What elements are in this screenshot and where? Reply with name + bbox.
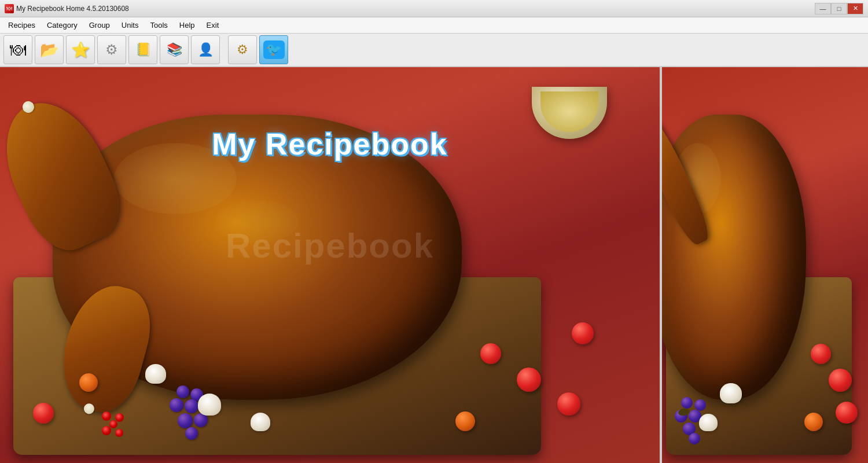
berry-5 xyxy=(115,429,123,437)
content-area: My Recipebook Recipebook xyxy=(0,67,868,463)
grape-8 xyxy=(185,427,198,440)
bowl-content xyxy=(540,91,598,132)
menu-exit[interactable]: Exit xyxy=(201,19,225,31)
favorites-button[interactable]: ⭐ xyxy=(66,35,95,64)
open-recipe-button[interactable]: 📂 xyxy=(35,35,64,64)
tomato-1 xyxy=(517,368,541,392)
tomato-r3 xyxy=(836,402,858,424)
turkey-body-right xyxy=(662,115,806,399)
grape-r1 xyxy=(681,397,693,409)
toolbar: 🍽 📂 ⭐ ⚙ 📒 📚 👤 ⚙ 🐦 xyxy=(0,34,868,67)
recipebook-button[interactable]: 📒 xyxy=(128,35,157,64)
minimize-button[interactable]: — xyxy=(815,3,831,14)
tomato-r-yellow xyxy=(804,413,823,431)
tomato-3 xyxy=(557,392,580,416)
person-icon: 👤 xyxy=(198,42,214,57)
new-recipe-button[interactable]: 🍽 xyxy=(3,35,32,64)
book-icon: 📒 xyxy=(135,42,151,57)
garlic-r1 xyxy=(720,383,742,403)
garlic-1 xyxy=(198,394,221,416)
menu-help[interactable]: Help xyxy=(174,19,201,31)
tomato-r2 xyxy=(811,344,831,364)
titlebar-left: 🍽 My Recipebook Home 4.5.20130608 xyxy=(5,4,129,13)
tomato-r1 xyxy=(829,369,852,392)
food-scene-right xyxy=(662,67,868,463)
grape-3 xyxy=(170,398,183,412)
grape-r6 xyxy=(689,433,700,444)
main-banner-panel: My Recipebook Recipebook xyxy=(0,67,660,463)
maximize-button[interactable]: □ xyxy=(831,3,847,14)
grape-r2 xyxy=(694,399,706,411)
secondary-banner-panel xyxy=(660,67,868,463)
grape-cluster xyxy=(165,385,234,443)
tomato-5 xyxy=(33,403,54,424)
banner-title: My Recipebook xyxy=(212,127,447,161)
garlic-r2 xyxy=(699,414,718,431)
twitter-icon: 🐦 xyxy=(263,41,285,59)
titlebar-title: My Recipebook Home 4.5.20130608 xyxy=(16,5,129,13)
menu-tools[interactable]: Tools xyxy=(144,19,173,31)
tomato-6 xyxy=(79,373,98,392)
gear-icon: ⚙ xyxy=(105,42,118,58)
menu-category[interactable]: Category xyxy=(41,19,83,31)
grape-4 xyxy=(185,399,198,413)
garlic-2 xyxy=(251,413,270,431)
menu-recipes[interactable]: Recipes xyxy=(2,19,41,31)
tomato-4 xyxy=(572,322,594,344)
settings-button[interactable]: ⚙ xyxy=(97,35,126,64)
berry-cluster xyxy=(99,409,145,443)
settings-icon: ⚙ xyxy=(237,42,248,57)
star-icon: ⭐ xyxy=(71,41,90,59)
tools-settings-button[interactable]: ⚙ xyxy=(228,35,257,64)
berry-4 xyxy=(102,426,111,435)
food-scene-left: My Recipebook Recipebook xyxy=(0,67,660,463)
grape-1 xyxy=(176,385,189,398)
banner-watermark: Recipebook xyxy=(226,226,434,266)
close-button[interactable]: ✕ xyxy=(847,3,863,14)
tomato-yellow xyxy=(455,411,475,431)
titlebar-app-icon: 🍽 xyxy=(5,4,14,13)
titlebar-controls: — □ ✕ xyxy=(815,3,863,14)
library-button[interactable]: 📚 xyxy=(160,35,189,64)
twitter-button[interactable]: 🐦 xyxy=(259,35,288,64)
menu-units[interactable]: Units xyxy=(116,19,145,31)
toolbar-separator xyxy=(222,35,226,64)
berry-2 xyxy=(109,420,117,428)
menubar: Recipes Category Group Units Tools Help … xyxy=(0,17,868,34)
menu-group[interactable]: Group xyxy=(83,19,116,31)
garlic-3 xyxy=(145,364,166,384)
grape-6 xyxy=(178,413,193,428)
berry-1 xyxy=(102,411,111,421)
berry-3 xyxy=(115,413,124,422)
books-icon: 📚 xyxy=(167,42,182,57)
user-button[interactable]: 👤 xyxy=(191,35,220,64)
titlebar: 🍽 My Recipebook Home 4.5.20130608 — □ ✕ xyxy=(0,0,868,17)
